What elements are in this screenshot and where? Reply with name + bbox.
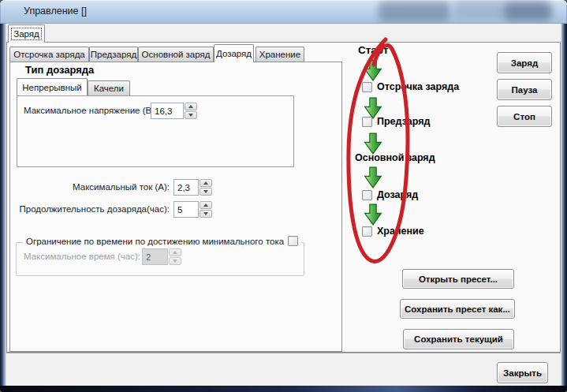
save-preset-as-button[interactable]: Сохранить пресет как... [400,299,515,319]
glass-reflection [379,2,449,22]
flow-step-topup: Дозаряд [362,189,418,200]
tab-topup-charge[interactable]: Дозаряд [214,44,254,62]
down-arrow-icon [173,259,177,263]
charge-button[interactable]: Заряд [497,52,552,73]
window-border-left [0,24,6,386]
pause-button[interactable]: Пауза [497,79,552,100]
down-arrow-icon [364,133,382,155]
save-current-button[interactable]: Сохранить текущий [403,329,514,349]
tab-precharge[interactable]: Предзаряд [89,47,138,62]
flow-topup-label: Дозаряд [377,189,418,200]
down-arrow-icon [203,190,208,193]
down-arrow-icon [203,212,208,215]
max-time-value: 2 [142,248,168,265]
tab-continuous[interactable]: Непрерывный [17,78,88,95]
tab-swing[interactable]: Качели [88,80,130,95]
max-time-label: Максимальное время (час): [24,252,138,261]
window-title: Управление [] [24,6,87,17]
flow-step-main-charge: Основной заряд [355,152,435,163]
up-arrow-icon [203,203,208,207]
flow-topup-checkbox[interactable] [362,190,372,200]
flow-storage-checkbox[interactable] [362,226,372,237]
spin-down-button[interactable] [200,210,212,218]
down-arrow-icon [364,59,382,81]
tab-storage[interactable]: Хранение [256,47,304,62]
flow-storage-label: Хранение [377,226,424,237]
dialog-footer [6,353,561,386]
spin-down-button[interactable] [185,111,197,119]
up-arrow-icon [173,251,177,254]
max-time-spinner: 2 [142,248,181,265]
max-current-value[interactable]: 2,3 [173,179,199,196]
max-voltage-value[interactable]: 16,3 [151,103,184,119]
max-current-spinner[interactable]: 2,3 [173,179,212,196]
down-arrow-icon [188,114,193,117]
time-limit-checkbox[interactable] [288,236,298,246]
max-voltage-spinner[interactable]: 16,3 [151,103,197,119]
spin-up-button[interactable] [200,179,212,187]
flow-charge-delay-checkbox[interactable] [362,82,372,92]
flow-step-precharge: Предзаряд [362,116,430,127]
spin-down-button[interactable] [200,188,212,196]
close-button[interactable]: Закрыть [497,362,548,383]
duration-spinner[interactable]: 5 [173,201,212,218]
spin-down-button [169,257,181,265]
tab-charge[interactable]: Заряд [8,24,45,43]
flow-precharge-label: Предзаряд [377,116,430,127]
tab-charge-delay[interactable]: Отсрочка заряда [9,47,89,62]
max-voltage-label: Максимальное напряжение (В): [24,106,147,115]
duration-label: Продолжительность дозаряда(час): [18,204,170,214]
spin-up-button[interactable] [200,201,212,209]
flow-step-storage: Хранение [362,226,424,237]
window-border-right [561,24,567,386]
max-current-label: Максимальный ток (А): [47,182,170,192]
window-border-bottom [0,386,567,392]
glass-reflection [505,3,552,21]
flow-precharge-checkbox[interactable] [362,117,372,127]
flow-charge-delay-label: Отсрочка заряда [377,81,459,92]
open-preset-button[interactable]: Открыть пресет... [402,269,514,289]
time-limit-title: Ограничение по времени по достижению мин… [26,237,284,246]
spin-up-button [169,248,181,256]
up-arrow-icon [203,181,208,185]
flow-step-start: Старт [358,44,389,56]
up-arrow-icon [188,105,193,108]
flow-step-charge-delay: Отсрочка заряда [362,81,459,92]
control-window: Управление [] Заряд Отсрочка заряда Пред… [0,0,567,392]
duration-value[interactable]: 5 [173,201,199,218]
down-arrow-icon [364,166,382,189]
down-arrow-icon [364,203,382,226]
topup-type-title: Тип дозаряда [25,64,94,76]
stop-button[interactable]: Стоп [497,106,552,127]
time-limit-title-row: Ограничение по времени по достижению мин… [23,236,301,246]
spin-up-button[interactable] [185,103,197,110]
tab-main-charge[interactable]: Основной заряд [138,47,214,62]
title-bar[interactable]: Управление [] [0,0,567,24]
